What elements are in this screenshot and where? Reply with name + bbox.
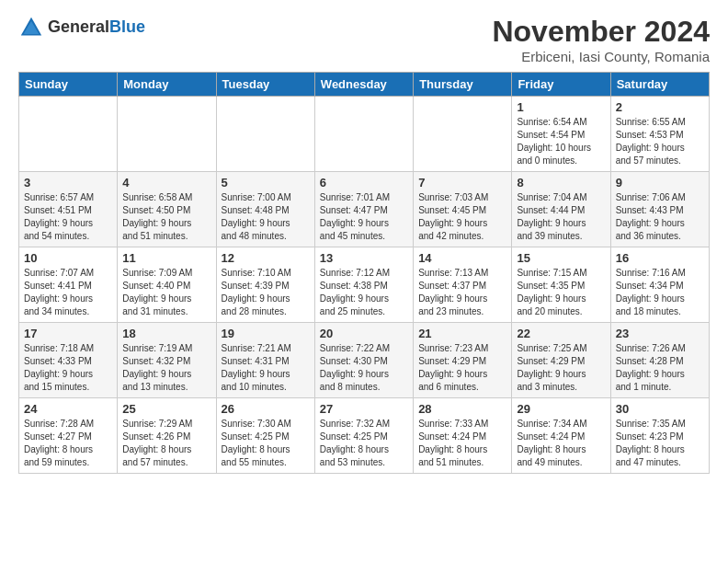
day-number: 21 [418, 327, 506, 340]
calendar-cell: 12Sunrise: 7:10 AM Sunset: 4:39 PM Dayli… [216, 247, 314, 323]
col-friday: Friday [512, 73, 610, 97]
week-row-1: 1Sunrise: 6:54 AM Sunset: 4:54 PM Daylig… [19, 97, 710, 172]
day-info: Sunrise: 7:18 AM Sunset: 4:33 PM Dayligh… [24, 342, 112, 394]
day-info: Sunrise: 6:57 AM Sunset: 4:51 PM Dayligh… [24, 191, 112, 243]
day-info: Sunrise: 6:58 AM Sunset: 4:50 PM Dayligh… [122, 191, 210, 243]
day-info: Sunrise: 6:54 AM Sunset: 4:54 PM Dayligh… [517, 116, 605, 167]
day-info: Sunrise: 7:04 AM Sunset: 4:44 PM Dayligh… [517, 191, 605, 243]
main-title: November 2024 [492, 15, 710, 49]
calendar-cell: 28Sunrise: 7:33 AM Sunset: 4:24 PM Dayli… [414, 398, 512, 474]
header-row: Sunday Monday Tuesday Wednesday Thursday… [19, 73, 710, 97]
week-row-5: 24Sunrise: 7:28 AM Sunset: 4:27 PM Dayli… [19, 398, 710, 474]
day-number: 3 [24, 176, 112, 190]
day-info: Sunrise: 7:10 AM Sunset: 4:39 PM Dayligh… [222, 267, 310, 318]
day-info: Sunrise: 7:33 AM Sunset: 4:24 PM Dayligh… [418, 418, 506, 469]
day-number: 29 [517, 402, 605, 416]
day-number: 24 [24, 402, 112, 416]
calendar-cell: 5Sunrise: 7:00 AM Sunset: 4:48 PM Daylig… [216, 172, 314, 247]
day-info: Sunrise: 7:19 AM Sunset: 4:32 PM Dayligh… [122, 342, 210, 394]
day-number: 19 [222, 327, 310, 340]
day-info: Sunrise: 7:16 AM Sunset: 4:34 PM Dayligh… [616, 267, 704, 318]
day-info: Sunrise: 7:13 AM Sunset: 4:37 PM Dayligh… [418, 267, 506, 318]
day-number: 8 [517, 176, 605, 190]
day-info: Sunrise: 7:32 AM Sunset: 4:25 PM Dayligh… [320, 418, 408, 469]
day-info: Sunrise: 7:12 AM Sunset: 4:38 PM Dayligh… [320, 267, 408, 318]
day-info: Sunrise: 7:06 AM Sunset: 4:43 PM Dayligh… [616, 191, 704, 243]
day-info: Sunrise: 7:09 AM Sunset: 4:40 PM Dayligh… [122, 267, 210, 318]
calendar-cell: 1Sunrise: 6:54 AM Sunset: 4:54 PM Daylig… [512, 97, 610, 172]
day-info: Sunrise: 7:29 AM Sunset: 4:26 PM Dayligh… [122, 418, 210, 469]
day-number: 15 [517, 251, 605, 265]
day-number: 6 [320, 176, 408, 190]
calendar-cell: 24Sunrise: 7:28 AM Sunset: 4:27 PM Dayli… [19, 398, 118, 474]
col-wednesday: Wednesday [314, 73, 413, 97]
calendar-cell: 14Sunrise: 7:13 AM Sunset: 4:37 PM Dayli… [414, 247, 512, 323]
title-block: November 2024 Erbiceni, Iasi County, Rom… [492, 15, 710, 64]
day-number: 2 [616, 100, 704, 114]
calendar-cell: 30Sunrise: 7:35 AM Sunset: 4:23 PM Dayli… [610, 398, 709, 474]
day-number: 23 [616, 327, 704, 340]
logo-icon [18, 15, 44, 40]
day-number: 20 [320, 327, 408, 340]
page-container: GeneralBlue November 2024 Erbiceni, Iasi… [0, 0, 728, 483]
col-saturday: Saturday [610, 73, 709, 97]
logo-text: GeneralBlue [48, 18, 145, 37]
day-info: Sunrise: 7:22 AM Sunset: 4:30 PM Dayligh… [320, 342, 408, 394]
calendar-cell: 22Sunrise: 7:25 AM Sunset: 4:29 PM Dayli… [512, 323, 610, 398]
week-row-3: 10Sunrise: 7:07 AM Sunset: 4:41 PM Dayli… [19, 247, 710, 323]
day-number: 1 [517, 100, 605, 114]
calendar-cell: 13Sunrise: 7:12 AM Sunset: 4:38 PM Dayli… [314, 247, 413, 323]
day-info: Sunrise: 7:01 AM Sunset: 4:47 PM Dayligh… [320, 191, 408, 243]
calendar-cell: 3Sunrise: 6:57 AM Sunset: 4:51 PM Daylig… [19, 172, 118, 247]
day-number: 11 [122, 251, 210, 265]
calendar-cell: 9Sunrise: 7:06 AM Sunset: 4:43 PM Daylig… [610, 172, 709, 247]
logo: GeneralBlue [18, 15, 145, 40]
day-info: Sunrise: 7:34 AM Sunset: 4:24 PM Dayligh… [517, 418, 605, 469]
calendar-cell: 26Sunrise: 7:30 AM Sunset: 4:25 PM Dayli… [216, 398, 314, 474]
day-number: 30 [616, 402, 704, 416]
day-number: 7 [418, 176, 506, 190]
week-row-4: 17Sunrise: 7:18 AM Sunset: 4:33 PM Dayli… [19, 323, 710, 398]
day-number: 10 [24, 251, 112, 265]
calendar-cell: 16Sunrise: 7:16 AM Sunset: 4:34 PM Dayli… [610, 247, 709, 323]
subtitle: Erbiceni, Iasi County, Romania [492, 49, 710, 64]
day-number: 17 [24, 327, 112, 340]
col-monday: Monday [118, 73, 216, 97]
calendar-cell: 11Sunrise: 7:09 AM Sunset: 4:40 PM Dayli… [118, 247, 216, 323]
calendar-cell: 15Sunrise: 7:15 AM Sunset: 4:35 PM Dayli… [512, 247, 610, 323]
day-info: Sunrise: 7:15 AM Sunset: 4:35 PM Dayligh… [517, 267, 605, 318]
calendar-cell [314, 97, 413, 172]
col-sunday: Sunday [19, 73, 118, 97]
calendar-cell: 19Sunrise: 7:21 AM Sunset: 4:31 PM Dayli… [216, 323, 314, 398]
logo-blue: Blue [109, 17, 145, 36]
calendar-cell [19, 97, 118, 172]
calendar-cell: 18Sunrise: 7:19 AM Sunset: 4:32 PM Dayli… [118, 323, 216, 398]
calendar-cell: 4Sunrise: 6:58 AM Sunset: 4:50 PM Daylig… [118, 172, 216, 247]
calendar-cell: 10Sunrise: 7:07 AM Sunset: 4:41 PM Dayli… [19, 247, 118, 323]
day-info: Sunrise: 7:30 AM Sunset: 4:25 PM Dayligh… [222, 418, 310, 469]
calendar-cell: 25Sunrise: 7:29 AM Sunset: 4:26 PM Dayli… [118, 398, 216, 474]
day-info: Sunrise: 7:35 AM Sunset: 4:23 PM Dayligh… [616, 418, 704, 469]
calendar-cell: 29Sunrise: 7:34 AM Sunset: 4:24 PM Dayli… [512, 398, 610, 474]
logo-general: General [48, 17, 109, 36]
day-number: 5 [222, 176, 310, 190]
calendar-cell [118, 97, 216, 172]
day-number: 13 [320, 251, 408, 265]
day-info: Sunrise: 7:25 AM Sunset: 4:29 PM Dayligh… [517, 342, 605, 394]
day-number: 25 [122, 402, 210, 416]
day-number: 27 [320, 402, 408, 416]
day-number: 14 [418, 251, 506, 265]
calendar-cell [414, 97, 512, 172]
calendar-table: Sunday Monday Tuesday Wednesday Thursday… [18, 72, 710, 474]
col-tuesday: Tuesday [216, 73, 314, 97]
calendar-cell: 17Sunrise: 7:18 AM Sunset: 4:33 PM Dayli… [19, 323, 118, 398]
day-info: Sunrise: 7:00 AM Sunset: 4:48 PM Dayligh… [222, 191, 310, 243]
day-number: 9 [616, 176, 704, 190]
day-info: Sunrise: 7:07 AM Sunset: 4:41 PM Dayligh… [24, 267, 112, 318]
day-number: 26 [222, 402, 310, 416]
day-info: Sunrise: 6:55 AM Sunset: 4:53 PM Dayligh… [616, 116, 704, 167]
header: GeneralBlue November 2024 Erbiceni, Iasi… [18, 15, 710, 64]
day-number: 12 [222, 251, 310, 265]
day-info: Sunrise: 7:28 AM Sunset: 4:27 PM Dayligh… [24, 418, 112, 469]
calendar-cell: 8Sunrise: 7:04 AM Sunset: 4:44 PM Daylig… [512, 172, 610, 247]
